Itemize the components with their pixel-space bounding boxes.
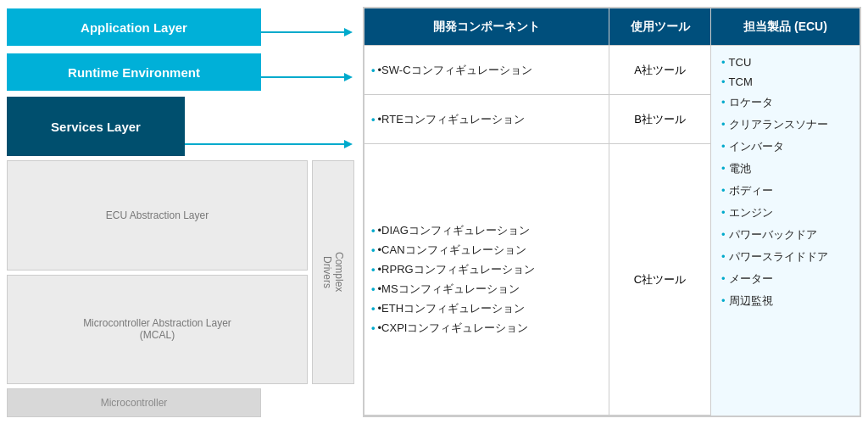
tools-row2: B社ツール: [609, 95, 710, 144]
dev-column-header: 開発コンポーネント: [364, 8, 609, 46]
ecu-item-clearance-sonar: クリアランスソナー: [721, 115, 849, 134]
services-layer-label: Services Layer: [51, 120, 141, 134]
tools-column: 使用ツール A社ツール B社ツール C社ツール: [609, 8, 711, 416]
ecu-item-engine: エンジン: [721, 204, 849, 222]
rte-layer-label: Runtime Environment: [68, 65, 200, 80]
ecu-item-surround-monitor: 周辺監視: [721, 292, 849, 310]
dev-row1-item: •SW-Cコンフィギュレーション: [371, 63, 532, 78]
ecu-item-tcu: TCU: [721, 54, 849, 70]
mcal-label: Microcontroller Abstraction Layer(MCAL): [83, 317, 231, 341]
rte-layer-bar: Runtime Environment: [7, 53, 261, 91]
dev-row2: •RTEコンフィギュレーション: [364, 95, 609, 144]
tools-column-header: 使用ツール: [609, 8, 710, 46]
services-layer-bar: Services Layer: [7, 97, 185, 156]
table-panel: 開発コンポーネント •SW-Cコンフィギュレーション •RTEコンフィギュレーシ…: [363, 7, 861, 417]
rte-layer-row: Runtime Environment: [7, 52, 354, 92]
dev-row3-item4: •MSコンフィギュレーション: [371, 282, 520, 297]
ecu-column-header: 担当製品 (ECU): [711, 8, 860, 46]
microcontroller-layer: Microcontroller: [7, 388, 261, 417]
dev-column: 開発コンポーネント •SW-Cコンフィギュレーション •RTEコンフィギュレーシ…: [364, 8, 609, 416]
main-layout: Application Layer Runtime Environment Se…: [0, 0, 868, 424]
dev-row3: •DIAGコンフィギュレーション •CANコンフィギュレーション •RPRGコン…: [364, 144, 609, 416]
ecu-item-body: ボディー: [721, 181, 849, 200]
ecu-item-meter: メーター: [721, 270, 849, 288]
mcal-layer: Microcontroller Abstraction Layer(MCAL): [7, 275, 308, 385]
ecu-item-power-slidedoor: パワースライドドア: [721, 248, 849, 266]
dev-row1: •SW-Cコンフィギュレーション: [364, 46, 609, 95]
architecture-diagram: Application Layer Runtime Environment Se…: [7, 7, 363, 417]
ecu-item-power-backdoor: パワーバックドア: [721, 226, 849, 244]
dev-row3-item2: •CANコンフィギュレーション: [371, 243, 526, 258]
tools-row3: C社ツール: [609, 144, 710, 416]
ecu-items-list: TCU TCM ロケータ クリアランスソナー インバータ 電池 ボディー エンジ…: [711, 46, 860, 416]
application-layer-bar: Application Layer: [7, 8, 261, 46]
complex-drivers-label: ComplexDrivers: [321, 252, 345, 292]
tools-row3-value: C社ツール: [634, 272, 686, 287]
dev-row3-item3: •RPRGコンフィギュレーション: [371, 262, 535, 277]
ecu-item-tcm: TCM: [721, 74, 849, 90]
ecu-column: 担当製品 (ECU) TCU TCM ロケータ クリアランスソナー インバータ …: [711, 8, 860, 416]
ecu-abstraction-layer: ECU Abstraction Layer: [7, 160, 308, 271]
dev-row3-item1: •DIAGコンフィギュレーション: [371, 223, 530, 238]
dev-row2-item: •RTEコンフィギュレーション: [371, 112, 525, 127]
ecu-item-inverter: インバータ: [721, 137, 849, 156]
ecu-item-locator: ロケータ: [721, 93, 849, 112]
application-layer-row: Application Layer: [7, 7, 354, 47]
application-layer-label: Application Layer: [81, 20, 187, 35]
tools-row1-value: A社ツール: [634, 63, 686, 78]
tools-row1: A社ツール: [609, 46, 710, 95]
ecu-item-battery: 電池: [721, 159, 849, 178]
complex-drivers-box: ComplexDrivers: [312, 160, 354, 384]
tools-row2-value: B社ツール: [634, 112, 686, 127]
dev-row3-item6: •CXPIコンフィギュレーション: [371, 321, 528, 336]
ecu-abstraction-label: ECU Abstraction Layer: [106, 209, 209, 221]
dev-row3-item5: •ETHコンフィギュレーション: [371, 301, 525, 316]
microcontroller-label: Microcontroller: [101, 397, 168, 409]
